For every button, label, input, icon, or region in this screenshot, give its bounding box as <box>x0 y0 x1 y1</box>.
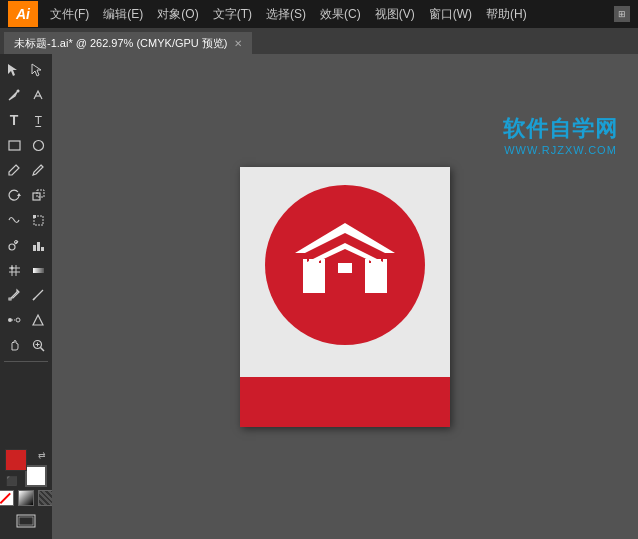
paintbrush-tool[interactable] <box>2 158 26 182</box>
pattern-box[interactable] <box>38 490 52 506</box>
svg-rect-47 <box>383 259 387 264</box>
tool-row-1 <box>2 58 50 82</box>
vertical-type-tool[interactable]: T̲ <box>26 108 50 132</box>
menu-effect[interactable]: 效果(C) <box>314 4 367 25</box>
fill-color-box[interactable] <box>5 449 27 471</box>
direct-selection-tool[interactable] <box>26 58 50 82</box>
pen-tool[interactable] <box>2 83 26 107</box>
mesh-tool[interactable] <box>2 258 26 282</box>
svg-point-12 <box>15 241 18 244</box>
document-tab[interactable]: 未标题-1.ai* @ 262.97% (CMYK/GPU 预览) ✕ <box>4 32 252 54</box>
menu-select[interactable]: 选择(S) <box>260 4 312 25</box>
live-paint-tool[interactable] <box>26 308 50 332</box>
change-screen-mode-button[interactable] <box>5 509 47 533</box>
svg-rect-36 <box>365 263 387 293</box>
tool-row-6 <box>2 183 50 207</box>
svg-marker-1 <box>32 64 41 76</box>
svg-point-5 <box>33 140 43 150</box>
tool-row-eyedropper <box>2 283 50 307</box>
gradient-tool[interactable] <box>26 258 50 282</box>
measure-tool[interactable] <box>26 283 50 307</box>
svg-rect-13 <box>33 245 36 251</box>
svg-rect-14 <box>37 242 40 251</box>
column-graph-tool[interactable] <box>26 233 50 257</box>
svg-rect-21 <box>33 268 44 273</box>
pencil-tool[interactable] <box>26 158 50 182</box>
svg-rect-10 <box>33 215 36 218</box>
toolbar-separator <box>4 361 48 362</box>
swap-colors-icon[interactable]: ⇄ <box>38 450 46 460</box>
svg-point-11 <box>9 244 15 250</box>
svg-rect-35 <box>303 263 325 293</box>
watermark-title: 软件自学网 <box>503 114 618 144</box>
tool-row-blend <box>2 308 50 332</box>
svg-rect-42 <box>315 259 319 264</box>
tab-close-button[interactable]: ✕ <box>234 38 242 49</box>
svg-point-24 <box>8 318 12 322</box>
menu-file[interactable]: 文件(F) <box>44 4 95 25</box>
blend-tool[interactable] <box>2 308 26 332</box>
canvas-area: 软件自学网 WWW.RJZXW.COM <box>52 54 638 539</box>
watermark: 软件自学网 WWW.RJZXW.COM <box>503 114 618 156</box>
anchor-point-tool[interactable] <box>26 83 50 107</box>
artboard <box>240 167 450 427</box>
tool-row-8 <box>2 233 50 257</box>
color-mode-row <box>0 490 52 506</box>
menu-object[interactable]: 对象(O) <box>151 4 204 25</box>
svg-rect-40 <box>303 259 307 264</box>
free-transform-tool[interactable] <box>26 208 50 232</box>
fill-stroke-indicator[interactable]: ⇄ ⬛ <box>5 449 47 487</box>
tab-bar: 未标题-1.ai* @ 262.97% (CMYK/GPU 预览) ✕ <box>0 28 638 54</box>
warp-tool[interactable] <box>2 208 26 232</box>
svg-rect-39 <box>338 263 352 273</box>
svg-marker-6 <box>17 193 21 196</box>
svg-rect-32 <box>19 517 33 525</box>
tab-label: 未标题-1.ai* @ 262.97% (CMYK/GPU 预览) <box>14 36 228 51</box>
svg-rect-45 <box>371 259 375 264</box>
win-grid-btn[interactable]: ⊞ <box>614 6 630 22</box>
svg-rect-44 <box>365 259 369 264</box>
svg-point-2 <box>17 90 20 93</box>
hand-tool[interactable] <box>2 333 26 357</box>
tool-row-7 <box>2 208 50 232</box>
zoom-tool[interactable] <box>26 333 50 357</box>
rotate-tool[interactable] <box>2 183 26 207</box>
svg-rect-15 <box>41 247 44 251</box>
toolbar: T T̲ <box>0 54 52 539</box>
svg-line-28 <box>40 347 44 351</box>
svg-rect-4 <box>9 141 20 150</box>
rectangle-tool[interactable] <box>2 133 26 157</box>
tool-row-3: T T̲ <box>2 108 50 132</box>
svg-point-25 <box>16 318 20 322</box>
tool-row-2 <box>2 83 50 107</box>
svg-rect-43 <box>321 259 325 264</box>
ellipse-tool[interactable] <box>26 133 50 157</box>
logo-circle <box>265 185 425 345</box>
svg-rect-46 <box>377 259 381 264</box>
tool-row-hand <box>2 333 50 357</box>
svg-marker-0 <box>8 64 17 76</box>
symbol-sprayer-tool[interactable] <box>2 233 26 257</box>
menu-text[interactable]: 文字(T) <box>207 4 258 25</box>
type-tool[interactable]: T <box>2 108 26 132</box>
screen-mode-row <box>5 509 47 533</box>
menu-view[interactable]: 视图(V) <box>369 4 421 25</box>
gradient-box[interactable] <box>18 490 34 506</box>
menu-edit[interactable]: 编辑(E) <box>97 4 149 25</box>
ai-logo: Ai <box>8 1 38 27</box>
tool-row-mesh <box>2 258 50 282</box>
menu-help[interactable]: 帮助(H) <box>480 4 533 25</box>
no-color-box[interactable] <box>0 490 14 506</box>
svg-point-20 <box>10 266 13 269</box>
menu-window[interactable]: 窗口(W) <box>423 4 478 25</box>
window-controls: ⊞ <box>614 6 630 22</box>
eyedropper-tool[interactable] <box>2 283 26 307</box>
stroke-color-box[interactable] <box>25 465 47 487</box>
scale-tool[interactable] <box>26 183 50 207</box>
svg-rect-41 <box>309 259 313 264</box>
tool-row-4 <box>2 133 50 157</box>
reset-colors-icon[interactable]: ⬛ <box>6 476 17 486</box>
selection-tool[interactable] <box>2 58 26 82</box>
svg-line-23 <box>33 298 35 300</box>
title-bar: Ai 文件(F) 编辑(E) 对象(O) 文字(T) 选择(S) 效果(C) 视… <box>0 0 638 28</box>
